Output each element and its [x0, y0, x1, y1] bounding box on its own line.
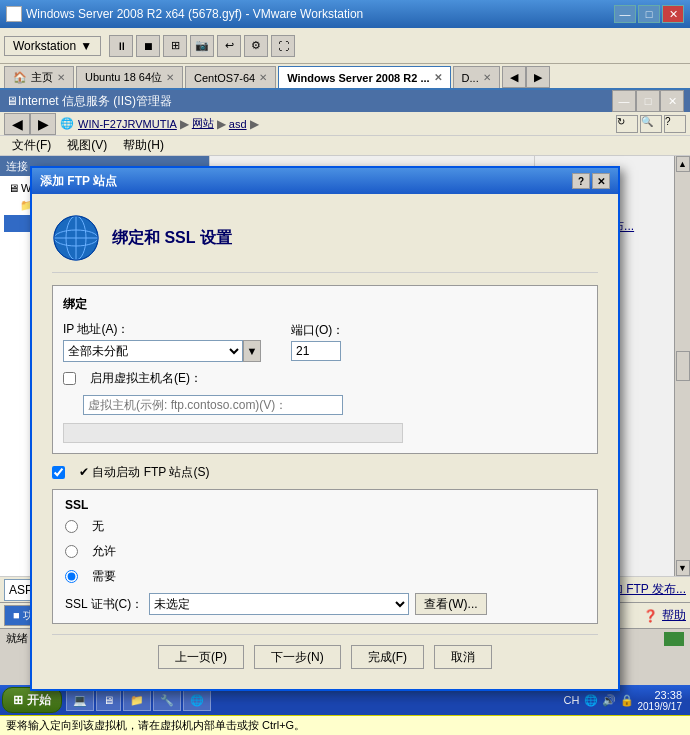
- iis-minimize-btn[interactable]: —: [612, 90, 636, 112]
- ssl-allow-radio[interactable]: [65, 545, 78, 558]
- help-link[interactable]: 帮助: [662, 607, 686, 624]
- search-button[interactable]: 🔍: [640, 115, 662, 133]
- virtual-host-checkbox[interactable]: [63, 372, 76, 385]
- modal-content: 绑定和 SSL 设置 绑定 IP 地址(A)： 全部未分配: [32, 194, 618, 689]
- auto-start-checkbox[interactable]: [52, 466, 65, 479]
- tab-d-close[interactable]: ✕: [483, 72, 491, 83]
- taskbar-item-3[interactable]: 📁: [123, 689, 151, 711]
- minimize-button[interactable]: —: [614, 5, 636, 23]
- taskbar-item-2[interactable]: 🖥: [96, 689, 121, 711]
- lang-indicator[interactable]: CH: [564, 694, 580, 706]
- modal-help-btn[interactable]: ?: [572, 173, 590, 189]
- title-bar-buttons: — □ ✕: [614, 5, 684, 23]
- title-bar: Windows Server 2008 R2 x64 (5678.gyf) - …: [0, 0, 690, 28]
- auto-start-row: ✔ 自动启动 FTP 站点(S): [52, 464, 598, 481]
- tab-scroll-right[interactable]: ▶: [526, 66, 550, 88]
- ssl-require-radio[interactable]: [65, 570, 78, 583]
- status-text: 就绪: [6, 631, 28, 646]
- address-path-icon: 🌐: [60, 117, 74, 130]
- breadcrumb-site[interactable]: 网站: [192, 116, 214, 131]
- app-icon: [6, 6, 22, 22]
- taskbar-item-1[interactable]: 💻: [66, 689, 94, 711]
- title-bar-text: Windows Server 2008 R2 x64 (5678.gyf) - …: [26, 7, 614, 21]
- modal-title-bar: 添加 FTP 站点 ? ✕: [32, 168, 618, 194]
- pause-button[interactable]: ⏸: [109, 35, 133, 57]
- close-button[interactable]: ✕: [662, 5, 684, 23]
- refresh-button[interactable]: ↻: [616, 115, 638, 133]
- ip-dropdown-btn[interactable]: ▼: [243, 340, 261, 362]
- modal-overlay: 添加 FTP 站点 ? ✕: [0, 156, 690, 576]
- tab-home[interactable]: 🏠 主页 ✕: [4, 66, 74, 88]
- ip-label: IP 地址(A)：: [63, 321, 261, 338]
- menu-file[interactable]: 文件(F): [4, 137, 59, 154]
- workstation-button[interactable]: Workstation ▼: [4, 36, 101, 56]
- finish-button[interactable]: 完成(F): [351, 645, 424, 669]
- taskbar-item-4[interactable]: 🔧: [153, 689, 181, 711]
- cert-label: SSL 证书(C)：: [65, 596, 143, 613]
- taskbar-item-5[interactable]: 🌐: [183, 689, 211, 711]
- maximize-button[interactable]: □: [638, 5, 660, 23]
- virtual-host-input[interactable]: [83, 395, 343, 415]
- ssl-no-radio[interactable]: [65, 520, 78, 533]
- ssl-allow-row: 允许: [65, 543, 585, 560]
- virtual-host-row: 启用虚拟主机名(E)：: [63, 370, 587, 387]
- status-indicator[interactable]: [664, 632, 684, 646]
- tab-winserver-close[interactable]: ✕: [434, 72, 442, 83]
- tab-centos[interactable]: CentOS7-64 ✕: [185, 66, 276, 88]
- tray-date: 2019/9/17: [638, 701, 683, 712]
- tab-d[interactable]: D... ✕: [453, 66, 500, 88]
- port-input[interactable]: [291, 341, 341, 361]
- modal-subtitle: 绑定和 SSL 设置: [112, 228, 232, 249]
- vm-icon1[interactable]: ⊞: [163, 35, 187, 57]
- iis-close-btn[interactable]: ✕: [660, 90, 684, 112]
- cancel-button[interactable]: 取消: [434, 645, 492, 669]
- globe-icon: [52, 214, 100, 262]
- fullscreen-button[interactable]: ⛶: [271, 35, 295, 57]
- menu-bar: 文件(F) 视图(V) 帮助(H): [0, 136, 690, 156]
- tab-winserver[interactable]: Windows Server 2008 R2 ... ✕: [278, 66, 450, 88]
- breadcrumb-sep1: ▶: [180, 117, 189, 131]
- modal-footer: 上一页(P) 下一步(N) 完成(F) 取消: [52, 634, 598, 679]
- ssl-section: SSL 无 允许 需要 SSL 证书(C)：: [52, 489, 598, 624]
- ip-select[interactable]: 全部未分配: [63, 340, 243, 362]
- tab-home-icon: 🏠: [13, 71, 27, 84]
- settings-button[interactable]: ⚙: [244, 35, 268, 57]
- menu-view[interactable]: 视图(V): [59, 137, 115, 154]
- stop-button[interactable]: ⏹: [136, 35, 160, 57]
- cert-row: SSL 证书(C)： 未选定 查看(W)...: [65, 593, 585, 615]
- modal-dialog: 添加 FTP 站点 ? ✕: [30, 166, 620, 691]
- breadcrumb-win[interactable]: WIN-F27JRVMUTIA: [78, 118, 177, 130]
- cert-view-button[interactable]: 查看(W)...: [415, 593, 486, 615]
- modal-title-text: 添加 FTP 站点: [40, 173, 572, 190]
- tab-home-close[interactable]: ✕: [57, 72, 65, 83]
- iis-icon: 🖥: [6, 94, 18, 108]
- breadcrumb-sep3: ▶: [250, 117, 259, 131]
- modal-close-btn[interactable]: ✕: [592, 173, 610, 189]
- snapshot-button[interactable]: 📷: [190, 35, 214, 57]
- next-button[interactable]: 下一步(N): [254, 645, 341, 669]
- ip-select-row: 全部未分配 ▼: [63, 340, 261, 362]
- tab-centos-close[interactable]: ✕: [259, 72, 267, 83]
- iis-restore-btn[interactable]: □: [636, 90, 660, 112]
- modal-header-row: 绑定和 SSL 设置: [52, 204, 598, 273]
- tab-ubuntu-close[interactable]: ✕: [166, 72, 174, 83]
- help-addr-button[interactable]: ?: [664, 115, 686, 133]
- menu-help[interactable]: 帮助(H): [115, 137, 172, 154]
- ssl-no-label: 无: [92, 518, 104, 535]
- virtual-host-label: 启用虚拟主机名(E)：: [90, 370, 202, 387]
- back-button[interactable]: ◀: [4, 113, 30, 135]
- virtual-host-input-row: [83, 395, 587, 415]
- taskbar-icon-2: 🖥: [103, 694, 114, 706]
- tab-scroll-left[interactable]: ◀: [502, 66, 526, 88]
- tab-ubuntu[interactable]: Ubuntu 18 64位 ✕: [76, 66, 183, 88]
- iis-title-text: Internet 信息服务 (IIS)管理器: [18, 93, 172, 110]
- cert-select[interactable]: 未选定: [149, 593, 409, 615]
- breadcrumb-asd[interactable]: asd: [229, 118, 247, 130]
- breadcrumb-sep2: ▶: [217, 117, 226, 131]
- help-icon-area: ❓ 帮助: [643, 607, 686, 624]
- clock-area: 23:38 2019/9/17: [638, 689, 683, 712]
- vm-icon2[interactable]: ↩: [217, 35, 241, 57]
- forward-button[interactable]: ▶: [30, 113, 56, 135]
- prev-button[interactable]: 上一页(P): [158, 645, 244, 669]
- ssl-title: SSL: [65, 498, 585, 512]
